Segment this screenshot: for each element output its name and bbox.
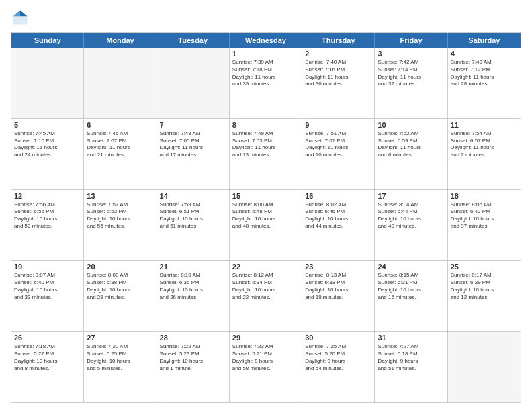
day-info: Sunrise: 8:07 AM Sunset: 6:40 PM Dayligh… <box>14 272 81 301</box>
calendar-empty-cell <box>84 48 157 118</box>
day-info: Sunrise: 8:12 AM Sunset: 6:34 PM Dayligh… <box>232 272 299 301</box>
calendar-day-7: 7Sunrise: 7:48 AM Sunset: 7:05 PM Daylig… <box>157 119 230 189</box>
day-info: Sunrise: 7:51 AM Sunset: 7:01 PM Dayligh… <box>305 130 371 159</box>
header-day-thursday: Thursday <box>302 33 375 48</box>
calendar-week-5: 26Sunrise: 7:18 AM Sunset: 5:27 PM Dayli… <box>11 332 521 402</box>
logo <box>11 8 32 27</box>
day-info: Sunrise: 7:52 AM Sunset: 6:59 PM Dayligh… <box>378 130 444 159</box>
calendar-week-2: 5Sunrise: 7:45 AM Sunset: 7:10 PM Daylig… <box>11 119 521 190</box>
day-number: 27 <box>87 334 153 342</box>
calendar-day-13: 13Sunrise: 7:57 AM Sunset: 6:53 PM Dayli… <box>84 190 157 261</box>
calendar-day-19: 19Sunrise: 8:07 AM Sunset: 6:40 PM Dayli… <box>11 261 84 331</box>
day-info: Sunrise: 8:02 AM Sunset: 6:46 PM Dayligh… <box>305 201 371 230</box>
day-info: Sunrise: 7:39 AM Sunset: 7:18 PM Dayligh… <box>232 59 299 88</box>
day-number: 26 <box>14 334 81 342</box>
calendar-day-23: 23Sunrise: 8:13 AM Sunset: 6:33 PM Dayli… <box>302 261 375 331</box>
day-number: 17 <box>378 192 444 200</box>
calendar-day-24: 24Sunrise: 8:15 AM Sunset: 6:31 PM Dayli… <box>375 261 447 331</box>
calendar-week-3: 12Sunrise: 7:56 AM Sunset: 6:55 PM Dayli… <box>11 190 521 261</box>
day-number: 7 <box>160 121 226 129</box>
header-day-saturday: Saturday <box>448 33 521 48</box>
calendar-day-14: 14Sunrise: 7:59 AM Sunset: 6:51 PM Dayli… <box>157 190 230 261</box>
day-info: Sunrise: 8:05 AM Sunset: 6:42 PM Dayligh… <box>451 201 518 230</box>
day-number: 10 <box>378 121 444 129</box>
day-info: Sunrise: 7:18 AM Sunset: 5:27 PM Dayligh… <box>14 343 81 372</box>
calendar-body: 1Sunrise: 7:39 AM Sunset: 7:18 PM Daylig… <box>11 48 521 402</box>
day-number: 3 <box>378 50 444 58</box>
day-info: Sunrise: 8:15 AM Sunset: 6:31 PM Dayligh… <box>378 272 444 301</box>
day-number: 18 <box>451 192 518 200</box>
day-number: 2 <box>305 50 371 58</box>
calendar-day-31: 31Sunrise: 7:27 AM Sunset: 5:18 PM Dayli… <box>375 332 447 402</box>
day-number: 29 <box>232 334 299 342</box>
day-info: Sunrise: 8:08 AM Sunset: 6:38 PM Dayligh… <box>87 272 153 301</box>
day-number: 6 <box>87 121 153 129</box>
calendar-day-15: 15Sunrise: 8:00 AM Sunset: 6:48 PM Dayli… <box>230 190 302 261</box>
calendar-day-28: 28Sunrise: 7:22 AM Sunset: 5:23 PM Dayli… <box>157 332 230 402</box>
header-day-sunday: Sunday <box>11 33 84 48</box>
day-number: 19 <box>14 263 81 271</box>
calendar: SundayMondayTuesdayWednesdayThursdayFrid… <box>11 32 521 403</box>
day-number: 8 <box>232 121 299 129</box>
day-info: Sunrise: 7:42 AM Sunset: 7:14 PM Dayligh… <box>378 59 444 88</box>
calendar-day-20: 20Sunrise: 8:08 AM Sunset: 6:38 PM Dayli… <box>84 261 157 331</box>
day-info: Sunrise: 7:23 AM Sunset: 5:21 PM Dayligh… <box>232 343 299 372</box>
calendar-day-29: 29Sunrise: 7:23 AM Sunset: 5:21 PM Dayli… <box>230 332 302 402</box>
day-number: 30 <box>305 334 371 342</box>
day-number: 31 <box>378 334 444 342</box>
day-number: 12 <box>14 192 81 200</box>
calendar-week-1: 1Sunrise: 7:39 AM Sunset: 7:18 PM Daylig… <box>11 48 521 119</box>
day-number: 24 <box>378 263 444 271</box>
day-info: Sunrise: 7:57 AM Sunset: 6:53 PM Dayligh… <box>87 201 153 230</box>
day-number: 23 <box>305 263 371 271</box>
calendar-empty-cell <box>11 48 84 118</box>
day-info: Sunrise: 7:45 AM Sunset: 7:10 PM Dayligh… <box>14 130 81 159</box>
header-day-friday: Friday <box>375 33 447 48</box>
day-info: Sunrise: 7:48 AM Sunset: 7:05 PM Dayligh… <box>160 130 226 159</box>
day-number: 4 <box>451 50 518 58</box>
day-info: Sunrise: 7:40 AM Sunset: 7:16 PM Dayligh… <box>305 59 371 88</box>
day-number: 9 <box>305 121 371 129</box>
calendar-week-4: 19Sunrise: 8:07 AM Sunset: 6:40 PM Dayli… <box>11 261 521 332</box>
calendar-day-10: 10Sunrise: 7:52 AM Sunset: 6:59 PM Dayli… <box>375 119 447 189</box>
day-number: 14 <box>160 192 226 200</box>
calendar-day-11: 11Sunrise: 7:54 AM Sunset: 6:57 PM Dayli… <box>448 119 521 189</box>
calendar-day-30: 30Sunrise: 7:25 AM Sunset: 5:20 PM Dayli… <box>302 332 375 402</box>
day-number: 22 <box>232 263 299 271</box>
calendar-day-26: 26Sunrise: 7:18 AM Sunset: 5:27 PM Dayli… <box>11 332 84 402</box>
day-info: Sunrise: 7:49 AM Sunset: 7:03 PM Dayligh… <box>232 130 299 159</box>
header <box>11 8 521 27</box>
day-number: 11 <box>451 121 518 129</box>
day-info: Sunrise: 7:46 AM Sunset: 7:07 PM Dayligh… <box>87 130 153 159</box>
day-info: Sunrise: 7:54 AM Sunset: 6:57 PM Dayligh… <box>451 130 518 159</box>
calendar-day-6: 6Sunrise: 7:46 AM Sunset: 7:07 PM Daylig… <box>84 119 157 189</box>
calendar-empty-cell <box>157 48 230 118</box>
day-number: 5 <box>14 121 81 129</box>
calendar-header: SundayMondayTuesdayWednesdayThursdayFrid… <box>11 33 521 48</box>
calendar-day-9: 9Sunrise: 7:51 AM Sunset: 7:01 PM Daylig… <box>302 119 375 189</box>
logo-icon <box>11 8 30 27</box>
day-info: Sunrise: 8:17 AM Sunset: 6:29 PM Dayligh… <box>451 272 518 301</box>
svg-marker-3 <box>13 11 21 17</box>
calendar-day-1: 1Sunrise: 7:39 AM Sunset: 7:18 PM Daylig… <box>230 48 302 118</box>
calendar-empty-cell <box>448 332 521 402</box>
calendar-day-12: 12Sunrise: 7:56 AM Sunset: 6:55 PM Dayli… <box>11 190 84 261</box>
header-day-tuesday: Tuesday <box>157 33 230 48</box>
day-number: 1 <box>232 50 299 58</box>
calendar-day-21: 21Sunrise: 8:10 AM Sunset: 6:36 PM Dayli… <box>157 261 230 331</box>
day-number: 16 <box>305 192 371 200</box>
day-info: Sunrise: 7:22 AM Sunset: 5:23 PM Dayligh… <box>160 343 226 372</box>
calendar-day-4: 4Sunrise: 7:43 AM Sunset: 7:12 PM Daylig… <box>448 48 521 118</box>
calendar-day-17: 17Sunrise: 8:04 AM Sunset: 6:44 PM Dayli… <box>375 190 447 261</box>
day-info: Sunrise: 7:25 AM Sunset: 5:20 PM Dayligh… <box>305 343 371 372</box>
calendar-day-25: 25Sunrise: 8:17 AM Sunset: 6:29 PM Dayli… <box>448 261 521 331</box>
day-info: Sunrise: 8:10 AM Sunset: 6:36 PM Dayligh… <box>160 272 226 301</box>
day-info: Sunrise: 8:00 AM Sunset: 6:48 PM Dayligh… <box>232 201 299 230</box>
day-number: 20 <box>87 263 153 271</box>
header-day-wednesday: Wednesday <box>230 33 302 48</box>
svg-marker-2 <box>20 11 28 17</box>
day-info: Sunrise: 7:56 AM Sunset: 6:55 PM Dayligh… <box>14 201 81 230</box>
calendar-day-27: 27Sunrise: 7:20 AM Sunset: 5:25 PM Dayli… <box>84 332 157 402</box>
calendar-day-22: 22Sunrise: 8:12 AM Sunset: 6:34 PM Dayli… <box>230 261 302 331</box>
calendar-day-18: 18Sunrise: 8:05 AM Sunset: 6:42 PM Dayli… <box>448 190 521 261</box>
